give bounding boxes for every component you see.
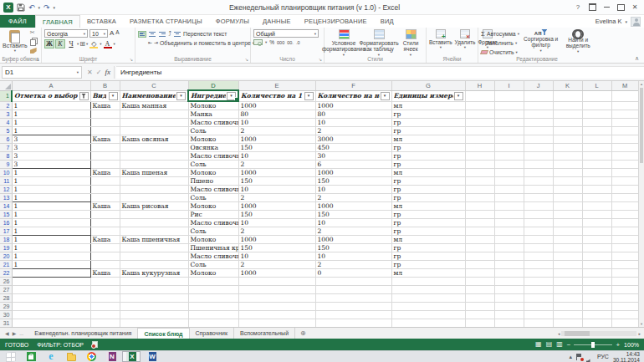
sheet-tab-4[interactable]: Вспомогательный bbox=[234, 328, 295, 339]
grow-font-icon[interactable]: А bbox=[110, 29, 114, 38]
column-header-B[interactable]: B bbox=[90, 81, 120, 90]
number-dialog-launcher-icon[interactable]: ↘ bbox=[319, 57, 322, 62]
cell-A18[interactable]: 1 bbox=[12, 236, 90, 244]
cell-C21[interactable] bbox=[120, 261, 188, 269]
column-header-M[interactable]: M bbox=[611, 81, 638, 90]
cell-K18[interactable] bbox=[553, 236, 582, 244]
cell-F5[interactable]: 2 bbox=[315, 127, 391, 135]
header-cell-F1[interactable]: Количество на недел▾ bbox=[315, 90, 391, 101]
cell-G11[interactable]: гр bbox=[391, 177, 465, 186]
header-cell-D1[interactable]: Ингредиент▾ bbox=[188, 90, 238, 101]
cell-I22[interactable] bbox=[494, 269, 524, 278]
cell-J14[interactable] bbox=[524, 202, 553, 211]
undo-icon[interactable]: ↶ bbox=[28, 3, 35, 12]
cell-K17[interactable] bbox=[553, 227, 582, 236]
cell-L29[interactable] bbox=[582, 303, 611, 311]
merge-center-button[interactable]: Объединить и поместить в центре bbox=[160, 40, 251, 46]
font-color-icon[interactable]: А bbox=[103, 39, 113, 48]
cell-H3[interactable] bbox=[465, 110, 494, 119]
cell-G29[interactable] bbox=[391, 303, 465, 311]
row-header-26[interactable]: 26 bbox=[0, 278, 12, 286]
cell-K6[interactable] bbox=[553, 135, 582, 144]
cell-G19[interactable]: гр bbox=[391, 244, 465, 252]
cell-F28[interactable] bbox=[315, 294, 391, 303]
cell-E7[interactable]: 150 bbox=[238, 144, 315, 152]
sheet-tab-2[interactable]: Список блюд bbox=[138, 328, 189, 339]
cell-G16[interactable]: гр bbox=[391, 219, 465, 227]
row-header-14[interactable]: 14 bbox=[0, 202, 12, 211]
cell-I17[interactable] bbox=[494, 227, 524, 236]
cell-L21[interactable] bbox=[582, 261, 611, 269]
cell-B30[interactable] bbox=[90, 311, 120, 319]
cell-A6[interactable]: 3 bbox=[12, 135, 90, 144]
row-header-9[interactable]: 9 bbox=[0, 161, 12, 169]
row-header-13[interactable]: 13 bbox=[0, 194, 12, 202]
percent-style-icon[interactable]: % bbox=[269, 39, 274, 45]
cell-G6[interactable]: мл bbox=[391, 135, 465, 144]
cell-B17[interactable] bbox=[90, 227, 120, 236]
row-header-3[interactable]: 3 bbox=[0, 110, 12, 119]
cell-C19[interactable] bbox=[120, 244, 188, 252]
cell-J1[interactable] bbox=[524, 90, 553, 101]
cell-L2[interactable] bbox=[582, 101, 611, 110]
cell-G3[interactable]: гр bbox=[391, 110, 465, 119]
page-break-view-icon[interactable]: ▥ bbox=[556, 341, 563, 348]
cell-F8[interactable]: 30 bbox=[315, 152, 391, 161]
fill-color-icon[interactable]: ◇ bbox=[89, 39, 99, 48]
cell-J31[interactable] bbox=[524, 319, 553, 328]
cell-A26[interactable] bbox=[12, 278, 90, 286]
cell-K21[interactable] bbox=[553, 261, 582, 269]
cell-I31[interactable] bbox=[494, 319, 524, 328]
cell-L12[interactable] bbox=[582, 186, 611, 194]
cell-M2[interactable] bbox=[611, 101, 638, 110]
cell-I8[interactable] bbox=[494, 152, 524, 161]
cell-A28[interactable] bbox=[12, 294, 90, 303]
cell-K20[interactable] bbox=[553, 252, 582, 261]
cell-B10[interactable]: Каша bbox=[90, 169, 120, 177]
cell-K4[interactable] bbox=[553, 119, 582, 127]
cell-B19[interactable] bbox=[90, 244, 120, 252]
cell-H18[interactable] bbox=[465, 236, 494, 244]
cell-M13[interactable] bbox=[611, 194, 638, 202]
cell-J8[interactable] bbox=[524, 152, 553, 161]
cell-A11[interactable]: 1 bbox=[12, 177, 90, 186]
cell-K11[interactable] bbox=[553, 177, 582, 186]
cell-M7[interactable] bbox=[611, 144, 638, 152]
cell-H5[interactable] bbox=[465, 127, 494, 135]
row-header-27[interactable]: 27 bbox=[0, 286, 12, 294]
cell-B4[interactable] bbox=[90, 119, 120, 127]
cell-I16[interactable] bbox=[494, 219, 524, 227]
cancel-entry-icon[interactable]: ✕ bbox=[87, 69, 93, 76]
cell-K3[interactable] bbox=[553, 110, 582, 119]
cell-H17[interactable] bbox=[465, 227, 494, 236]
cell-G13[interactable]: гр bbox=[391, 194, 465, 202]
cell-L19[interactable] bbox=[582, 244, 611, 252]
cell-B27[interactable] bbox=[90, 286, 120, 294]
cell-E3[interactable]: 80 bbox=[238, 110, 315, 119]
sheet-tab-1[interactable]: Еженедельн. планировщик питания bbox=[28, 328, 138, 339]
column-header-A[interactable]: A bbox=[12, 81, 90, 90]
cell-J27[interactable] bbox=[524, 286, 553, 294]
cell-G9[interactable]: гр bbox=[391, 161, 465, 169]
cell-J16[interactable] bbox=[524, 219, 553, 227]
zoom-level[interactable]: 100% bbox=[624, 342, 639, 348]
cell-C18[interactable]: Каша пшеничная bbox=[120, 236, 188, 244]
collapse-ribbon-icon[interactable]: ∧ bbox=[635, 55, 639, 62]
cell-B7[interactable] bbox=[90, 144, 120, 152]
row-header-1[interactable]: 1 bbox=[0, 90, 12, 101]
cell-G4[interactable]: гр bbox=[391, 119, 465, 127]
cell-I3[interactable] bbox=[494, 110, 524, 119]
avatar[interactable] bbox=[631, 17, 641, 27]
cell-B15[interactable] bbox=[90, 211, 120, 219]
cell-K5[interactable] bbox=[553, 127, 582, 135]
cell-C22[interactable]: Каша кукурузная bbox=[120, 269, 188, 278]
cell-H28[interactable] bbox=[465, 294, 494, 303]
cell-E4[interactable]: 10 bbox=[238, 119, 315, 127]
cell-A4[interactable]: 1 bbox=[12, 119, 90, 127]
cell-E19[interactable]: 150 bbox=[238, 244, 315, 252]
cell-J9[interactable] bbox=[524, 161, 553, 169]
font-dialog-launcher-icon[interactable]: ↘ bbox=[130, 57, 133, 62]
cell-M19[interactable] bbox=[611, 244, 638, 252]
row-header-20[interactable]: 20 bbox=[0, 252, 12, 261]
cell-L7[interactable] bbox=[582, 144, 611, 152]
